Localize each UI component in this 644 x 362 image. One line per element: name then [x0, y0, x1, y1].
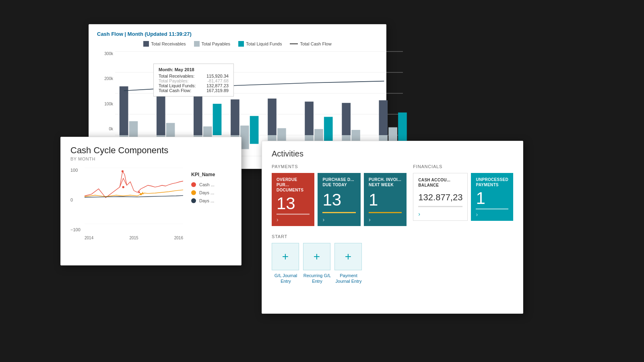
- kpi-overdue-chevron: ›: [277, 216, 310, 223]
- kpi-cash-balance[interactable]: CASH ACCOU...BALANCE 132.877,23 ›: [413, 173, 468, 221]
- sparkline-y-labels: 100 0 −100: [70, 168, 85, 232]
- cashcycle-title: Cash Cycle Components: [70, 145, 231, 156]
- cashflow-legend: Total Receivables Total Payables Total L…: [97, 41, 378, 47]
- kpi-purchase-nextweek-header: PURCH. INVOI...NEXT WEEK: [369, 177, 402, 187]
- svg-rect-15: [250, 116, 259, 144]
- financials-label: FINANCIALS: [413, 164, 513, 169]
- financials-column: FINANCIALS CASH ACCOU...BALANCE 132.877,…: [413, 164, 513, 284]
- legend-liquid-box: [238, 41, 244, 47]
- kpi-purchase-nextweek-value: 1: [369, 191, 402, 208]
- tooltip-cashflow: Total Cash Flow: 167,319.89: [159, 88, 229, 93]
- kpi-purchase-today-chevron: ›: [322, 216, 355, 223]
- kpi-unprocessed-value: 1: [476, 190, 508, 207]
- kpi-overdue-underline: [277, 214, 310, 215]
- financials-cards: CASH ACCOU...BALANCE 132.877,23 › UNPROC…: [413, 173, 513, 221]
- sparkline-area: 100 0 −100: [70, 168, 231, 240]
- chart-tooltip: Month: May 2018 Total Receivables: 115,9…: [153, 64, 234, 97]
- payment-journal-button[interactable]: +: [334, 243, 362, 270]
- kpi-purchase-today-underline: [322, 212, 355, 213]
- recurring-entry-label: Recurring G/L Entry: [303, 273, 331, 284]
- start-card-recurring: + Recurring G/L Entry: [303, 243, 331, 284]
- svg-point-38: [122, 170, 124, 172]
- svg-rect-12: [213, 104, 222, 135]
- plus-icon-payment: +: [345, 251, 351, 262]
- kpi-unprocessed-underline: [476, 208, 508, 210]
- svg-rect-14: [240, 125, 249, 149]
- kpi-purchase-nextweek-chevron: ›: [369, 216, 402, 223]
- kpi-cash-value: 132.877,23: [418, 193, 462, 202]
- payments-label: PAYMENTS: [272, 164, 407, 169]
- start-card-journal: + G/L Journal Entry: [272, 243, 300, 284]
- legend-liquid: Total Liquid Funds: [238, 41, 282, 47]
- kpi-cash-chevron: ›: [418, 211, 462, 217]
- legend-liquid-label: Total Liquid Funds: [246, 41, 282, 46]
- sparkline-legend: KPI_Name Cash ... Days ... Days ...: [191, 168, 231, 203]
- tooltip-liquid: Total Liquid Funds: 132,877.23: [159, 83, 229, 88]
- svg-rect-10: [194, 95, 202, 135]
- cashflow-title: Cash Flow | Month (Updated 11:39:27): [97, 31, 378, 37]
- activities-title: Activities: [272, 149, 513, 158]
- payment-journal-label: Payment Journal Entry: [334, 273, 363, 284]
- payments-column: PAYMENTS OVERDUE PUR...DOCUMENTS 13 › PU…: [272, 164, 407, 284]
- start-section: START + G/L Journal Entry + Recurring G/…: [272, 234, 407, 284]
- legend-receivables-label: Total Receivables: [151, 41, 186, 46]
- svg-rect-21: [342, 103, 351, 135]
- kpi-purchase-next-week[interactable]: PURCH. INVOI...NEXT WEEK 1 ›: [364, 173, 407, 226]
- kpi-cash-header: CASH ACCOU...BALANCE: [418, 177, 462, 188]
- kpi-overdue-header: OVERDUE PUR...DOCUMENTS: [277, 177, 310, 193]
- legend-days1: Days ...: [191, 190, 231, 195]
- plus-icon-journal: +: [282, 251, 289, 262]
- legend-payables-box: [194, 41, 200, 47]
- legend-cash: Cash ...: [191, 182, 231, 187]
- svg-rect-16: [268, 99, 277, 135]
- kpi-purchase-today-header: PURCHASE D...DUE TODAY: [322, 177, 355, 187]
- tooltip-receivables: Total Receivables: 115,920.34: [159, 74, 229, 78]
- start-card-payment: + Payment Journal Entry: [334, 243, 363, 284]
- svg-point-40: [122, 186, 124, 188]
- days1-dot: [191, 190, 196, 195]
- sparkline-svg: [85, 168, 183, 224]
- svg-marker-42: [142, 192, 144, 194]
- kpi-unprocessed-header: UNPROCESSEDPAYMENTS: [476, 177, 508, 187]
- sparkline-x-labels: 2014 2015 2016: [85, 236, 183, 240]
- kpi-unprocessed-payments[interactable]: UNPROCESSEDPAYMENTS 1 ›: [471, 173, 513, 221]
- svg-rect-23: [379, 100, 388, 135]
- payments-kpi-cards: OVERDUE PUR...DOCUMENTS 13 › PURCHASE D.…: [272, 173, 407, 226]
- gl-journal-entry-button[interactable]: +: [272, 243, 299, 270]
- activities-panel: Activities PAYMENTS OVERDUE PUR...DOCUME…: [262, 141, 523, 314]
- svg-rect-6: [120, 86, 128, 135]
- start-label: START: [272, 234, 407, 239]
- cashcycle-panel: Cash Cycle Components BY MONTH 100 0 −10…: [60, 137, 242, 265]
- legend-cashflow: Total Cash Flow: [290, 41, 331, 47]
- activities-columns: PAYMENTS OVERDUE PUR...DOCUMENTS 13 › PU…: [272, 164, 513, 284]
- svg-rect-13: [231, 99, 239, 135]
- legend-cashflow-line: [290, 43, 298, 44]
- gl-journal-label: G/L Journal Entry: [272, 273, 300, 284]
- kpi-overdue-documents[interactable]: OVERDUE PUR...DOCUMENTS 13 ›: [272, 173, 314, 226]
- cashcycle-subtitle: BY MONTH: [70, 156, 231, 161]
- legend-payables-label: Total Payables: [202, 41, 231, 46]
- legend-receivables-box: [143, 41, 149, 47]
- recurring-entry-button[interactable]: +: [303, 243, 330, 270]
- svg-rect-18: [305, 102, 314, 135]
- days2-dot: [191, 198, 196, 203]
- kpi-cash-underline: [418, 206, 462, 207]
- kpi-overdue-value: 13: [277, 195, 310, 212]
- legend-receivables: Total Receivables: [143, 41, 186, 47]
- legend-payables: Total Payables: [194, 41, 231, 47]
- cash-dot: [191, 182, 196, 187]
- legend-cashflow-label: Total Cash Flow: [300, 41, 331, 46]
- tooltip-payables: Total Payables: -81,477.68: [159, 78, 229, 83]
- plus-icon-recurring: +: [314, 251, 320, 262]
- kpi-purchase-today-value: 13: [322, 191, 355, 208]
- kpi-purchase-due-today[interactable]: PURCHASE D...DUE TODAY 13 ›: [318, 173, 360, 226]
- sparkline-chart: 100 0 −100: [70, 168, 183, 240]
- start-cards: + G/L Journal Entry + Recurring G/L Entr…: [272, 243, 407, 284]
- kpi-purchase-nextweek-underline: [369, 212, 402, 213]
- svg-rect-20: [324, 117, 333, 144]
- legend-days2: Days ...: [191, 198, 231, 203]
- tooltip-title: Month: May 2018: [159, 67, 229, 72]
- kpi-unprocessed-chevron: ›: [476, 211, 508, 218]
- svg-rect-25: [398, 113, 407, 142]
